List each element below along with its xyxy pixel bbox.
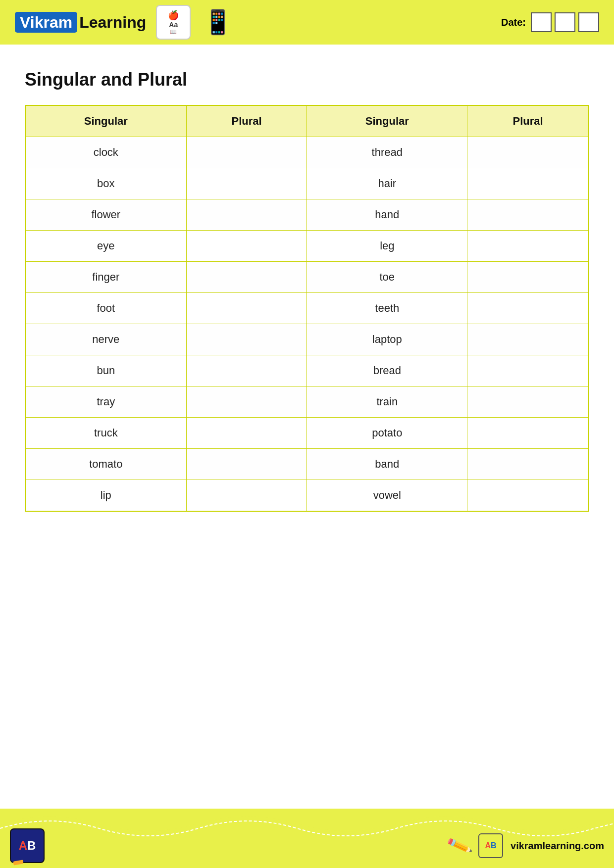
logo-learning: Learning [79,13,146,31]
page-header: VikramLearning 🍎 Aa 📖 📱 Date: [0,0,614,45]
table-cell-10-0: tomato [25,449,186,480]
table-cell-2-0: flower [25,199,186,231]
table-cell-11-1[interactable] [186,480,307,512]
table-cell-4-0: finger [25,262,186,293]
table-cell-9-3[interactable] [467,418,589,449]
table-row: tomatoband [25,449,589,480]
table-cell-8-2: train [307,386,467,418]
logo-vikram: Vikram [15,12,77,33]
date-label: Date: [501,17,526,28]
book-abc-icon: 🍎 Aa 📖 [156,5,191,40]
date-section: Date: [501,12,599,32]
table-row: clockthread [25,137,589,168]
table-cell-4-1[interactable] [186,262,307,293]
table-cell-6-1[interactable] [186,324,307,355]
footer-logo-left: AB [10,828,45,863]
date-box-2[interactable] [555,12,575,32]
col-header-plural-1: Plural [186,105,307,137]
table-cell-9-2: potato [307,418,467,449]
footer-content: AB ✏️ A B vikramlearning.com [0,828,614,863]
table-row: boxhair [25,168,589,199]
table-cell-4-3[interactable] [467,262,589,293]
table-cell-11-2: vowel [307,480,467,512]
table-cell-1-3[interactable] [467,168,589,199]
table-cell-0-3[interactable] [467,137,589,168]
table-cell-9-1[interactable] [186,418,307,449]
col-header-singular-2: Singular [307,105,467,137]
table-cell-7-2: bread [307,355,467,386]
page-title: Singular and Plural [25,69,589,90]
table-row: eyeleg [25,231,589,262]
main-content: Singular and Plural Singular Plural Sing… [0,45,614,522]
col-header-plural-2: Plural [467,105,589,137]
table-row: lipvowel [25,480,589,512]
pencil-icon: ✏️ [446,832,474,860]
date-box-3[interactable] [578,12,599,32]
table-cell-6-2: laptop [307,324,467,355]
table-cell-1-0: box [25,168,186,199]
table-cell-8-0: tray [25,386,186,418]
table-cell-3-1[interactable] [186,231,307,262]
date-boxes[interactable] [531,12,599,32]
table-cell-1-2: hair [307,168,467,199]
table-cell-8-3[interactable] [467,386,589,418]
table-cell-11-0: lip [25,480,186,512]
table-cell-0-0: clock [25,137,186,168]
table-cell-10-2: band [307,449,467,480]
table-cell-6-3[interactable] [467,324,589,355]
phone-icon: 📱 [201,5,235,40]
table-cell-0-2: thread [307,137,467,168]
table-row: flowerhand [25,199,589,231]
footer-url: vikramlearning.com [511,840,604,852]
table-cell-10-3[interactable] [467,449,589,480]
table-cell-3-3[interactable] [467,231,589,262]
table-cell-3-0: eye [25,231,186,262]
table-cell-10-1[interactable] [186,449,307,480]
page-footer: AB ✏️ A B vikramlearning.com [0,809,614,868]
date-box-1[interactable] [531,12,552,32]
table-cell-5-3[interactable] [467,293,589,324]
table-row: truckpotato [25,418,589,449]
worksheet-table: Singular Plural Singular Plural clockthr… [25,105,589,512]
table-cell-7-1[interactable] [186,355,307,386]
footer-logo-right: A B [478,833,503,858]
table-cell-1-1[interactable] [186,168,307,199]
table-cell-7-3[interactable] [467,355,589,386]
table-cell-11-3[interactable] [467,480,589,512]
table-cell-3-2: leg [307,231,467,262]
table-cell-8-1[interactable] [186,386,307,418]
table-row: fingertoe [25,262,589,293]
table-cell-9-0: truck [25,418,186,449]
table-cell-2-2: hand [307,199,467,231]
logo-container: VikramLearning 🍎 Aa 📖 [15,5,191,40]
table-row: bunbread [25,355,589,386]
table-cell-5-1[interactable] [186,293,307,324]
table-cell-2-1[interactable] [186,199,307,231]
table-cell-7-0: bun [25,355,186,386]
table-cell-4-2: toe [307,262,467,293]
table-cell-5-2: teeth [307,293,467,324]
table-cell-2-3[interactable] [467,199,589,231]
table-cell-0-1[interactable] [186,137,307,168]
table-row: nervelaptop [25,324,589,355]
table-row: footteeth [25,293,589,324]
table-cell-5-0: foot [25,293,186,324]
logo-text: VikramLearning [15,13,146,32]
col-header-singular-1: Singular [25,105,186,137]
table-cell-6-0: nerve [25,324,186,355]
table-row: traytrain [25,386,589,418]
footer-right: ✏️ A B vikramlearning.com [449,833,604,858]
table-header-row: Singular Plural Singular Plural [25,105,589,137]
